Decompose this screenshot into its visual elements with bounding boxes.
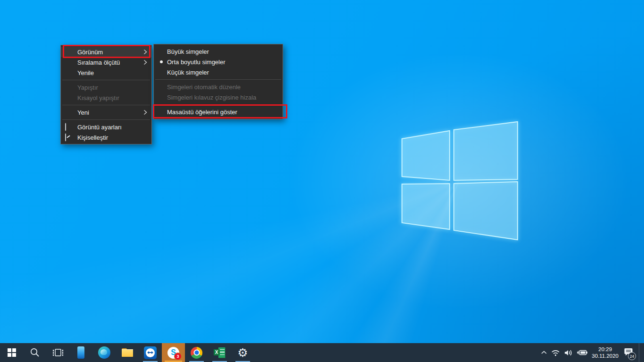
- skype-icon: S 3: [167, 347, 179, 359]
- teamviewer-icon: [144, 346, 157, 359]
- windows-start-icon: [8, 348, 16, 357]
- menu-item-paste: Yapıştır: [61, 82, 151, 93]
- taskbar-app-chrome[interactable]: [185, 343, 208, 362]
- menu-item-label: Küçük simgeler: [167, 69, 209, 76]
- menu-item-label: Orta boyutlu simgeler: [167, 59, 226, 66]
- menu-item-label: Simgeleri kılavuz çizgisine hizala: [167, 94, 256, 101]
- desktop[interactable]: Görünüm Sıralama ölçütü Yenile Yapıştır …: [0, 0, 644, 362]
- clock-date: 30.11.2020: [592, 353, 619, 359]
- notification-count-badge: 24: [628, 352, 636, 360]
- excel-icon: X: [214, 347, 226, 358]
- taskbar-app-file-explorer[interactable]: [116, 343, 139, 362]
- menu-item-label: Görüntü ayarları: [77, 124, 122, 131]
- personalize-icon: [65, 134, 66, 141]
- menu-item-label: Simgeleri otomatik düzenle: [167, 84, 241, 91]
- taskbar-app-excel[interactable]: X: [208, 343, 231, 362]
- task-view-icon: [52, 348, 64, 357]
- edge-icon: [98, 346, 110, 359]
- menu-item-refresh[interactable]: Yenile: [61, 67, 151, 78]
- menu-item-align-icons-to-grid: Simgeleri kılavuz çizgisine hizala: [154, 92, 283, 102]
- menu-separator: [62, 119, 150, 120]
- menu-item-paste-shortcut: Kısayol yapıştır: [61, 93, 151, 103]
- menu-item-show-desktop-icons[interactable]: Masaüstü öğelerini göster: [154, 107, 283, 117]
- menu-item-label: Yapıştır: [77, 84, 98, 91]
- menu-item-label: Sıralama ölçütü: [77, 59, 120, 66]
- menu-item-display-settings[interactable]: Görüntü ayarları: [61, 122, 151, 132]
- view-submenu: Büyük simgeler Orta boyutlu simgeler Küç…: [153, 44, 283, 119]
- display-settings-icon: [65, 124, 66, 131]
- search-icon: [30, 347, 40, 358]
- chevron-right-icon: [143, 59, 147, 65]
- menu-item-medium-icons[interactable]: Orta boyutlu simgeler: [154, 57, 283, 67]
- clock-time: 20:29: [592, 346, 619, 353]
- taskbar-left: S 3 X ⚙: [0, 343, 254, 362]
- show-desktop-button[interactable]: [639, 343, 639, 362]
- chrome-icon: [191, 347, 202, 359]
- wifi-icon[interactable]: [551, 349, 560, 356]
- taskbar-clock[interactable]: 20:29 30.11.2020: [592, 346, 619, 360]
- menu-separator: [155, 79, 281, 80]
- taskbar-app-settings[interactable]: ⚙: [231, 343, 254, 362]
- system-tray: 20:29 30.11.2020 24: [541, 343, 644, 362]
- taskbar-app-edge[interactable]: [92, 343, 116, 362]
- menu-item-view[interactable]: Görünüm: [61, 47, 151, 57]
- menu-separator: [155, 104, 281, 105]
- menu-item-label: Yenile: [77, 69, 94, 76]
- task-view-button[interactable]: [46, 343, 69, 362]
- menu-separator: [62, 105, 150, 105]
- chevron-right-icon: [143, 109, 147, 115]
- settings-gear-icon: ⚙: [237, 347, 248, 359]
- menu-item-small-icons[interactable]: Küçük simgeler: [154, 67, 283, 77]
- menu-separator: [62, 80, 150, 80]
- taskbar-app-skype[interactable]: S 3: [162, 343, 185, 362]
- tray-chevron-up-icon[interactable]: [541, 350, 547, 355]
- volume-icon[interactable]: [564, 349, 573, 357]
- file-explorer-icon: [122, 348, 133, 357]
- excel-letter: X: [214, 349, 220, 355]
- menu-item-label: Kişiselleştir: [77, 134, 108, 141]
- skype-notification-badge: 3: [174, 353, 182, 360]
- search-button[interactable]: [23, 343, 46, 362]
- menu-item-personalize[interactable]: Kişiselleştir: [61, 132, 151, 143]
- menu-item-new[interactable]: Yeni: [61, 107, 151, 118]
- menu-item-label: Kısayol yapıştır: [77, 94, 119, 101]
- menu-item-sort-by[interactable]: Sıralama ölçütü: [61, 57, 151, 67]
- menu-item-auto-arrange-icons: Simgeleri otomatik düzenle: [154, 82, 283, 92]
- radio-selected-icon: [160, 60, 163, 63]
- taskbar-app-your-phone[interactable]: [69, 343, 92, 362]
- your-phone-icon: [77, 346, 84, 359]
- menu-item-label: Yeni: [77, 109, 89, 116]
- action-center-button[interactable]: 24: [623, 347, 633, 358]
- menu-item-large-icons[interactable]: Büyük simgeler: [154, 46, 283, 57]
- chevron-right-icon: [143, 49, 147, 55]
- menu-item-label: Büyük simgeler: [167, 48, 209, 55]
- desktop-context-menu: Görünüm Sıralama ölçütü Yenile Yapıştır …: [60, 45, 152, 144]
- taskbar: S 3 X ⚙: [0, 343, 644, 362]
- battery-charging-icon[interactable]: [577, 349, 588, 356]
- menu-item-label: Görünüm: [77, 49, 103, 56]
- start-button[interactable]: [0, 343, 23, 362]
- taskbar-app-teamviewer[interactable]: [139, 343, 162, 362]
- menu-item-label: Masaüstü öğelerini göster: [167, 109, 237, 116]
